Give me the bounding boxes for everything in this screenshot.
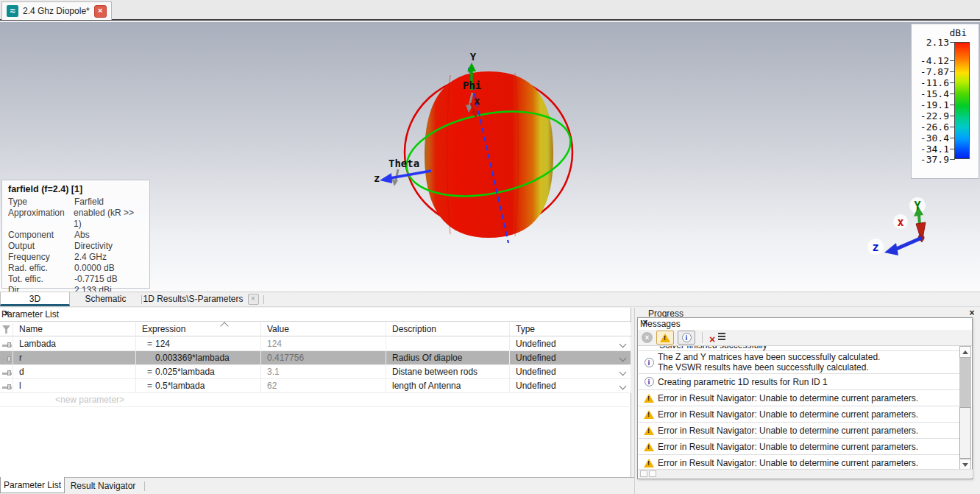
param-type-dropdown[interactable]: Undefined: [510, 337, 631, 350]
param-description: Radius Of diaploe: [386, 351, 510, 364]
message-item[interactable]: Error in Result Navigator: Unable to det…: [639, 423, 960, 439]
farfield-row: TypeFarfield: [8, 197, 143, 208]
farfield-row: Rad. effic.0.0000 dB: [8, 263, 143, 274]
mini-axis-label-z: z: [872, 241, 878, 254]
param-description: length of Antenna: [386, 379, 510, 392]
parameter-list-close-icon[interactable]: ×: [1, 309, 12, 320]
filter-errors-button[interactable]: ×: [642, 332, 653, 343]
param-type-dropdown[interactable]: Undefined: [510, 379, 631, 392]
farfield-row: Frequency2.4 GHz: [8, 252, 143, 263]
param-type-dropdown[interactable]: Undefined: [510, 365, 631, 378]
axis-label-y: Y: [470, 51, 477, 63]
message-item[interactable]: The Z and Y matrices have been successfu…: [639, 351, 960, 374]
scrollbar-thumb[interactable]: [959, 407, 971, 459]
parameter-list-titlebar: Parameter List ×: [0, 308, 631, 322]
param-type-dropdown[interactable]: Undefined: [510, 351, 631, 364]
tab-result-navigator[interactable]: Result Navigator: [65, 478, 141, 494]
filter-info-button[interactable]: [678, 331, 695, 345]
view-tab-strip: 3D Schematic 1D Results\S-Parameters×: [0, 292, 980, 307]
table-row[interactable]: l =0.5*lambada 62 length of Antenna Unde…: [0, 379, 631, 393]
pin-icon: [2, 345, 12, 347]
legend-tick: -34.1: [920, 144, 949, 154]
scroll-right-button[interactable]: [649, 470, 656, 477]
message-item[interactable]: Error in Result Navigator: Unable to det…: [639, 406, 960, 423]
column-header-description[interactable]: Description: [386, 322, 510, 336]
farfield-row: ComponentAbs: [8, 230, 143, 241]
document-tab-bar: ≈ 2.4 Ghz Diopole* ×: [0, 0, 980, 21]
legend-tick: -30.4: [920, 133, 949, 143]
info-icon: [645, 377, 654, 387]
message-item[interactable]: Creating parametric 1D results for Run I…: [639, 374, 960, 390]
info-icon: [645, 358, 654, 367]
messages-window: Messages × × × Solver finished successfu…: [637, 317, 973, 479]
tab-close-icon[interactable]: ×: [248, 294, 259, 305]
param-name: l: [13, 379, 136, 392]
document-tab-title: 2.4 Ghz Diopole*: [23, 6, 90, 16]
tab-schematic[interactable]: Schematic: [70, 292, 141, 306]
farfield-info-box: farfield (f=2.4) [1] TypeFarfield Approx…: [1, 180, 150, 289]
table-row-selected[interactable]: r 0.003369*lambada 0.417756 Radius Of di…: [0, 351, 631, 365]
mini-axis-label-x: x: [897, 216, 903, 229]
farfield-row: OutputDirectivity: [8, 241, 143, 252]
3d-viewport[interactable]: Y Phi x Theta z: [0, 22, 980, 292]
message-item[interactable]: Error in Result Navigator: Unable to det…: [639, 439, 960, 455]
messages-toolbar: × ×: [638, 330, 972, 346]
parameter-table-header: Name Expression Value Description Type: [0, 322, 631, 336]
messages-titlebar[interactable]: Messages ×: [638, 318, 972, 330]
messages-vertical-scrollbar[interactable]: [959, 346, 971, 470]
param-value: 3.1: [261, 365, 386, 378]
messages-close-icon[interactable]: ×: [640, 318, 650, 328]
legend-tick: -19.1: [920, 100, 949, 110]
axis-label-x: x: [474, 95, 480, 107]
column-header-expression[interactable]: Expression: [136, 322, 261, 336]
tab-separator: [263, 295, 264, 304]
legend-tick: -11.6: [920, 78, 949, 88]
farfield-row: Approximationenabled (kR >> 1): [8, 208, 143, 230]
column-header-name[interactable]: Name: [13, 322, 136, 336]
message-item[interactable]: Error in Result Navigator: Unable to det…: [639, 390, 960, 406]
warning-icon: [660, 334, 670, 342]
pin-icon: [2, 359, 12, 361]
legend-tick: -7.87: [920, 67, 949, 77]
document-tab[interactable]: ≈ 2.4 Ghz Diopole* ×: [1, 1, 112, 20]
tab-3d[interactable]: 3D: [0, 292, 70, 306]
clear-messages-button[interactable]: ×: [709, 331, 727, 344]
param-value: 62: [261, 379, 386, 392]
arrow-up-icon: [962, 350, 968, 354]
column-header-value[interactable]: Value: [261, 322, 386, 336]
bottom-tab-bar: Parameter List Result Navigator: [0, 477, 634, 494]
filter-warnings-button[interactable]: [656, 331, 674, 345]
warning-icon: [644, 394, 654, 403]
farfield-row: Tot. effic.-0.7715 dB: [8, 274, 143, 285]
param-value: 124: [261, 337, 386, 350]
scroll-left-button[interactable]: [640, 470, 647, 477]
document-tab-close-icon[interactable]: ×: [94, 5, 107, 18]
message-item[interactable]: Error in Result Navigator: Unable to det…: [639, 455, 960, 470]
column-header-type[interactable]: Type: [510, 322, 631, 336]
param-expression: 0.5*lambada: [155, 379, 205, 392]
messages-horizontal-scrollbar[interactable]: [639, 469, 973, 478]
chevron-down-icon[interactable]: [619, 369, 627, 376]
param-description: [386, 337, 510, 350]
new-parameter-row[interactable]: <new parameter>: [0, 393, 631, 407]
warning-icon: [644, 426, 654, 435]
chevron-down-icon[interactable]: [619, 355, 627, 362]
param-name: d: [13, 365, 136, 378]
tab-parameter-list[interactable]: Parameter List: [0, 477, 65, 493]
arrow-down-icon: [962, 463, 968, 467]
chevron-down-icon[interactable]: [619, 383, 627, 390]
message-item-clipped[interactable]: Solver finished successfully: [639, 346, 960, 351]
axis-label-theta: Theta: [388, 158, 419, 169]
filter-column-header[interactable]: [0, 322, 13, 336]
legend-tick: -26.6: [920, 122, 949, 132]
table-row[interactable]: Lambada =124 124 Undefined: [0, 337, 631, 351]
pin-icon: [2, 373, 12, 375]
tab-separator: [144, 481, 145, 491]
axis-label-z: z: [374, 172, 380, 184]
filter-icon: [2, 325, 10, 334]
table-row[interactable]: d =0.025*lambada 3.1 Distane between rod…: [0, 365, 631, 379]
tab-1d-results[interactable]: 1D Results\S-Parameters×: [142, 292, 260, 306]
scroll-up-button[interactable]: [959, 346, 971, 358]
chevron-down-icon[interactable]: [619, 341, 627, 348]
legend-tick: -22.9: [920, 111, 949, 121]
